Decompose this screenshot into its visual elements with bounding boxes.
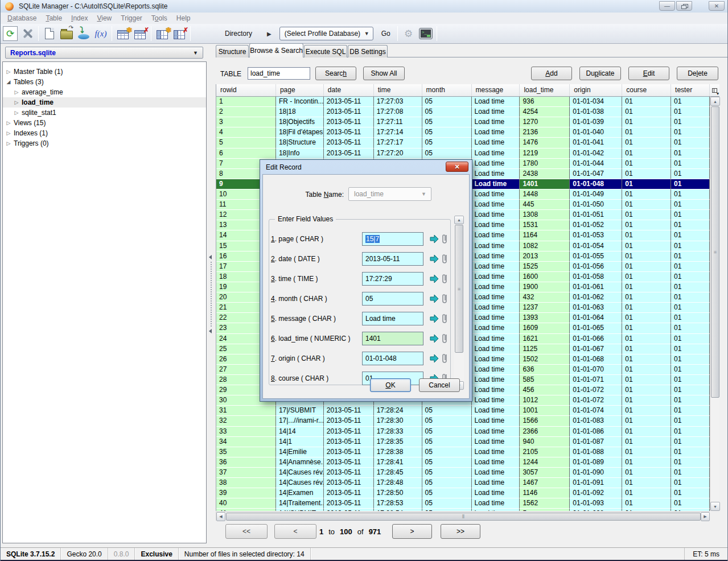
tree-collapsed-icon[interactable]: ▷ xyxy=(13,100,20,105)
open-database-button[interactable] xyxy=(59,26,74,41)
vertical-scrollbar[interactable]: ▲ ≡ ▼ xyxy=(710,97,719,511)
apply-value-button[interactable] xyxy=(429,274,439,284)
attach-file-button[interactable] xyxy=(442,333,449,344)
column-header-load_time[interactable]: load_time xyxy=(520,84,570,96)
vertical-scroll-thumb[interactable]: ≡ xyxy=(711,106,719,398)
add-button[interactable]: Add xyxy=(531,67,572,80)
directory-menu[interactable]: Directory xyxy=(225,30,252,38)
attach-file-button[interactable] xyxy=(442,353,449,364)
table-row[interactable]: 3714|Causes rév...2013-05-1117:28:4505Lo… xyxy=(216,468,710,478)
table-row[interactable]: 3914|Examen2013-05-1117:28:5005Load time… xyxy=(216,488,710,498)
cancel-button[interactable]: Cancel xyxy=(419,378,460,392)
menu-tools[interactable]: Tools xyxy=(147,13,172,23)
column-header-date[interactable]: date xyxy=(324,84,374,96)
dialog-scrollbar[interactable]: ▲ ≡ ▼ xyxy=(454,216,464,390)
attach-file-button[interactable] xyxy=(442,293,449,304)
tree-item-tables-3-[interactable]: ◢Tables (3) xyxy=(3,77,206,87)
field-input-message[interactable]: Load time xyxy=(362,312,423,325)
ok-button[interactable]: OK xyxy=(370,378,411,392)
functions-button[interactable]: f(x) xyxy=(93,26,108,41)
tree-item-load-time[interactable]: ▷load_time xyxy=(3,97,206,108)
column-header-page[interactable]: page xyxy=(276,84,324,96)
tab-structure[interactable]: Structure xyxy=(216,45,249,57)
scroll-up-button[interactable]: ▲ xyxy=(710,97,720,106)
apply-value-button[interactable] xyxy=(429,333,439,344)
new-database-button[interactable] xyxy=(42,26,57,41)
table-row[interactable]: 3217|...//inami-r...2013-05-1117:28:3005… xyxy=(216,416,710,426)
column-header-message[interactable]: message xyxy=(472,84,520,96)
search-button[interactable]: Search xyxy=(315,67,356,80)
column-header-rowid[interactable]: rowid xyxy=(216,84,276,96)
menu-trigger[interactable]: Trigger xyxy=(116,13,147,23)
next-page-button[interactable]: > xyxy=(392,524,432,539)
tree-item-master-table-1-[interactable]: ▷Master Table (1) xyxy=(3,67,206,77)
menu-table[interactable]: Table xyxy=(41,13,67,23)
apply-value-button[interactable] xyxy=(429,234,439,244)
go-button[interactable]: Go xyxy=(381,30,390,38)
tab-browse-search[interactable]: Browse & Search xyxy=(249,43,303,57)
import-button[interactable] xyxy=(76,26,91,41)
column-header-time[interactable]: time xyxy=(374,84,422,96)
table-row[interactable]: 618|Info2013-05-1117:27:2005Load time121… xyxy=(216,148,710,159)
attach-file-button[interactable] xyxy=(442,253,449,265)
column-header-origin[interactable]: origin xyxy=(570,84,622,96)
table-row[interactable]: 3117|/SUBMIT2013-05-1117:28:2405Load tim… xyxy=(216,406,710,416)
tree-collapsed-icon[interactable]: ▷ xyxy=(13,110,20,116)
duplicate-button[interactable]: Duplicate xyxy=(579,67,621,80)
restore-button[interactable] xyxy=(676,1,692,11)
delete-button[interactable]: Delete xyxy=(677,67,718,80)
last-page-button[interactable]: >> xyxy=(441,524,480,539)
create-table-button[interactable]: ✱ xyxy=(116,26,130,41)
drop-view-button[interactable]: ✗ xyxy=(172,26,187,41)
table-row[interactable]: 3814|Causes rév...2013-05-1117:28:4805Lo… xyxy=(216,478,710,488)
first-page-button[interactable]: << xyxy=(225,524,268,539)
table-name-input[interactable]: load_time xyxy=(248,67,310,80)
refresh-button[interactable]: ⟳ xyxy=(3,26,18,41)
dialog-titlebar[interactable]: Edit Record ✕ xyxy=(260,160,472,174)
field-input-time[interactable]: 17:27:29 xyxy=(362,272,423,286)
tab-db-settings[interactable]: DB Settings xyxy=(348,45,388,57)
dialog-close-button[interactable]: ✕ xyxy=(446,162,468,172)
apply-value-button[interactable] xyxy=(429,294,439,304)
menu-help[interactable]: Help xyxy=(172,13,195,23)
menu-index[interactable]: Index xyxy=(67,13,92,23)
tree-item-indexes-1-[interactable]: ▷Indexes (1) xyxy=(3,128,206,138)
tree-item-views-15-[interactable]: ▷Views (15) xyxy=(3,118,206,128)
column-header-tester[interactable]: tester xyxy=(671,84,710,96)
drop-table-button[interactable]: ✗ xyxy=(133,26,147,41)
create-view-button[interactable]: ✱ xyxy=(155,26,170,41)
profile-database-select[interactable]: (Select Profile Database) ▼ xyxy=(279,27,373,40)
table-row[interactable]: 4114|/SUBMIT2013-05-1117:28:5405Load tim… xyxy=(216,509,710,511)
scroll-right-button[interactable]: ▶ xyxy=(701,512,710,521)
table-name-select[interactable]: load_time ▼ xyxy=(348,187,431,201)
tree-collapsed-icon[interactable]: ▷ xyxy=(5,130,12,136)
minimize-button[interactable]: — xyxy=(659,1,675,11)
scroll-down-button[interactable]: ▼ xyxy=(710,502,720,511)
show-all-button[interactable]: Show All xyxy=(363,67,405,80)
dialog-scroll-thumb[interactable]: ≡ xyxy=(455,225,463,353)
tree-item-average-time[interactable]: ▷average_time xyxy=(3,87,206,97)
table-row[interactable]: 318|Objectifs2013-05-1117:27:1105Load ti… xyxy=(216,117,710,127)
table-row[interactable]: 3414|12013-05-1117:28:3505Load time94001… xyxy=(216,437,710,447)
sidebar-splitter[interactable] xyxy=(209,255,213,333)
table-row[interactable]: 3314|142013-05-1117:28:3305Load time2366… xyxy=(216,427,710,437)
apply-value-button[interactable] xyxy=(429,254,439,264)
menu-database[interactable]: Database xyxy=(3,13,41,23)
table-row[interactable]: 3614|Anamnèse...2013-05-1117:28:4105Load… xyxy=(216,457,710,468)
settings-button[interactable]: ⚙ xyxy=(401,26,416,41)
attach-file-button[interactable] xyxy=(442,233,449,245)
horizontal-scrollbar[interactable]: ◀ ⦀ ▶ xyxy=(216,512,710,521)
column-header-month[interactable]: month xyxy=(422,84,472,96)
table-row[interactable]: 418|Fil d'étapes2013-05-1117:27:1405Load… xyxy=(216,127,710,138)
horizontal-scroll-thumb[interactable]: ⦀ xyxy=(226,513,701,521)
tree-item-triggers-0-[interactable]: ▷Triggers (0) xyxy=(3,138,206,148)
table-row[interactable]: 3514|Emilie2013-05-1117:28:3805Load time… xyxy=(216,447,710,457)
tree-collapsed-icon[interactable]: ▷ xyxy=(5,69,12,75)
field-input-page[interactable]: 15|7 xyxy=(362,232,423,246)
field-input-date[interactable]: 2013-05-11 xyxy=(362,252,423,266)
tab-execute-sql[interactable]: Execute SQL xyxy=(304,45,347,57)
edit-button[interactable]: Edit xyxy=(628,67,669,80)
close-window-button[interactable]: ✕ xyxy=(709,1,725,11)
table-row[interactable]: 4014|Traitement...2013-05-1117:28:5305Lo… xyxy=(216,498,710,509)
scroll-up-button[interactable]: ▲ xyxy=(454,216,464,224)
